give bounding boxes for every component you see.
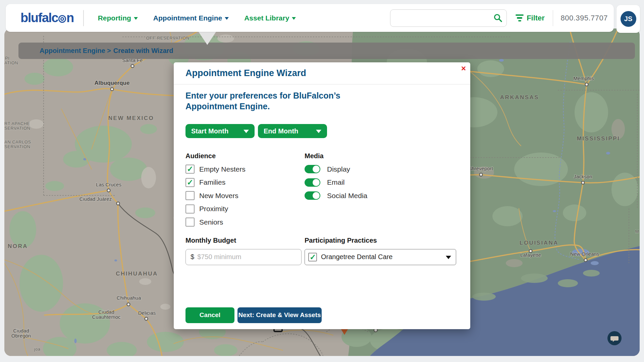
wizard-modal: ✕ Appointment Engine Wizard Enter your p… bbox=[174, 62, 470, 329]
chevron-down-icon bbox=[292, 17, 296, 20]
checkbox-unchecked[interactable] bbox=[185, 191, 195, 200]
toggle-on[interactable] bbox=[305, 191, 320, 200]
modal-title: Appointment Engine Wizard bbox=[185, 68, 306, 78]
practices-heading: Participating Practices bbox=[305, 237, 459, 244]
map-label: Jackson bbox=[574, 174, 592, 179]
audience-option[interactable]: New Movers bbox=[185, 191, 305, 200]
audience-option[interactable]: Proximity bbox=[185, 204, 305, 214]
media-option[interactable]: Social Media bbox=[305, 191, 459, 200]
breadcrumb: Appointment Engine > Create with Wizard bbox=[18, 43, 635, 59]
audience-section: Audience Empty NestersFamiliesNew Movers… bbox=[185, 152, 305, 231]
toggle-knob bbox=[313, 192, 320, 199]
page: NEW MEXICOCHIHUAHUAARKANSASMISSISSIPPILO… bbox=[0, 0, 644, 362]
main-nav: Reporting Appointment Engine Asset Libra… bbox=[98, 14, 296, 22]
breadcrumb-section[interactable]: Appointment Engine > bbox=[40, 47, 111, 55]
budget-field-wrap: $ bbox=[185, 249, 302, 265]
blufalcon-logo[interactable]: blufalcn bbox=[20, 11, 74, 25]
chevron-down-icon bbox=[446, 256, 451, 259]
map-label: Cuauhtemoc bbox=[92, 314, 121, 320]
map-label: Chihuahua bbox=[117, 295, 141, 301]
map-label: joa bbox=[34, 347, 41, 352]
logo-text-start: blufalc bbox=[20, 11, 58, 25]
audience-option[interactable]: Seniors bbox=[185, 218, 305, 227]
nav-appointment-engine[interactable]: Appointment Engine bbox=[153, 14, 229, 22]
close-icon[interactable]: ✕ bbox=[461, 64, 466, 73]
selected-practice: Orangetree Dental Care bbox=[321, 253, 442, 261]
map-label: PI bbox=[5, 56, 9, 61]
audience-option[interactable]: Families bbox=[185, 178, 305, 187]
budget-input[interactable] bbox=[197, 253, 297, 261]
top-navbar: blufalcn Reporting Appointment Engine As… bbox=[6, 4, 614, 32]
checkbox-checked[interactable] bbox=[185, 178, 195, 187]
cancel-button[interactable]: Cancel bbox=[185, 307, 234, 323]
chevron-down-icon bbox=[225, 17, 229, 20]
city-dot bbox=[107, 189, 110, 192]
toggle-on[interactable] bbox=[305, 178, 320, 187]
chevron-down-icon bbox=[316, 130, 321, 133]
modal-header: Appointment Engine Wizard bbox=[174, 62, 470, 84]
checkbox-unchecked[interactable] bbox=[185, 204, 195, 214]
media-option[interactable]: Display bbox=[305, 165, 459, 174]
audience-option-label: Empty Nesters bbox=[199, 165, 246, 173]
chat-bubble-icon bbox=[607, 331, 622, 346]
map-label: SERVATION bbox=[4, 126, 30, 131]
toggle-on[interactable] bbox=[305, 165, 320, 173]
checkbox-checked[interactable] bbox=[185, 165, 195, 174]
avatar[interactable]: JS bbox=[621, 11, 636, 27]
city-dot bbox=[127, 303, 130, 306]
map-label: MISSISSIPPI bbox=[577, 135, 620, 142]
media-option-label: Display bbox=[327, 165, 350, 173]
media-option-label: Social Media bbox=[327, 192, 367, 200]
map-label: Delicias bbox=[138, 310, 156, 316]
breadcrumb-page: Create with Wizard bbox=[113, 47, 173, 55]
nav-reporting[interactable]: Reporting bbox=[98, 14, 138, 22]
header-divider bbox=[553, 10, 553, 26]
toggle-knob bbox=[313, 166, 320, 173]
nav-asset-library[interactable]: Asset Library bbox=[244, 14, 296, 22]
search-input[interactable] bbox=[390, 10, 493, 26]
map-label: Lafayette bbox=[520, 252, 541, 258]
practices-section: Participating Practices Orangetree Denta… bbox=[305, 237, 459, 265]
month-pickers: Start Month End Month bbox=[185, 124, 459, 138]
user-menu[interactable]: JS bbox=[616, 5, 640, 33]
logo-spiral-o-icon bbox=[58, 15, 66, 23]
city-dot bbox=[585, 83, 588, 86]
map-label: ATION bbox=[4, 60, 18, 65]
map-label: SERVATION bbox=[4, 144, 30, 149]
map-label: Ciudad Juárez bbox=[79, 196, 112, 202]
map-label: Albuquerque bbox=[95, 80, 130, 86]
modal-body: Enter your preferences for BluFalcon’s A… bbox=[174, 84, 470, 323]
practices-dropdown[interactable]: Orangetree Dental Care bbox=[305, 249, 456, 265]
filter-icon bbox=[516, 14, 524, 22]
city-dot bbox=[111, 88, 114, 91]
city-dot bbox=[117, 202, 120, 205]
chat-button[interactable] bbox=[607, 331, 622, 346]
budget-section: Monthly Budget $ bbox=[185, 237, 305, 265]
header-divider bbox=[83, 10, 84, 26]
search-icon[interactable] bbox=[493, 13, 502, 22]
media-option[interactable]: Email bbox=[305, 178, 459, 187]
map-label: Las Cruces bbox=[96, 182, 121, 187]
checkbox-unchecked[interactable] bbox=[185, 218, 195, 227]
toggle-knob bbox=[313, 179, 320, 186]
dollar-prefix: $ bbox=[191, 253, 194, 261]
next-create-assets-button[interactable]: Next: Create & View Assets bbox=[237, 307, 322, 323]
city-dot bbox=[480, 173, 483, 176]
search-box bbox=[390, 9, 507, 27]
budget-heading: Monthly Budget bbox=[185, 237, 305, 244]
start-month-dropdown[interactable]: Start Month bbox=[185, 124, 255, 138]
filter-button[interactable]: Filter bbox=[516, 14, 545, 22]
practice-checkbox[interactable] bbox=[308, 253, 317, 261]
map-label: NORA bbox=[8, 243, 28, 249]
audience-option-label: Proximity bbox=[199, 205, 228, 213]
city-dot bbox=[131, 65, 134, 68]
city-dot bbox=[145, 317, 148, 320]
media-section: Media DisplayEmailSocial Media bbox=[305, 152, 459, 231]
audience-option[interactable]: Empty Nesters bbox=[185, 165, 305, 174]
map-label: NEW MEXICO bbox=[108, 115, 154, 121]
end-month-dropdown[interactable]: End Month bbox=[258, 124, 327, 138]
media-heading: Media bbox=[305, 152, 459, 160]
phone-number: 800.395.7707 bbox=[560, 14, 608, 22]
map-label: Obregón bbox=[11, 333, 31, 339]
map-label: LOUISIANA bbox=[520, 240, 558, 246]
